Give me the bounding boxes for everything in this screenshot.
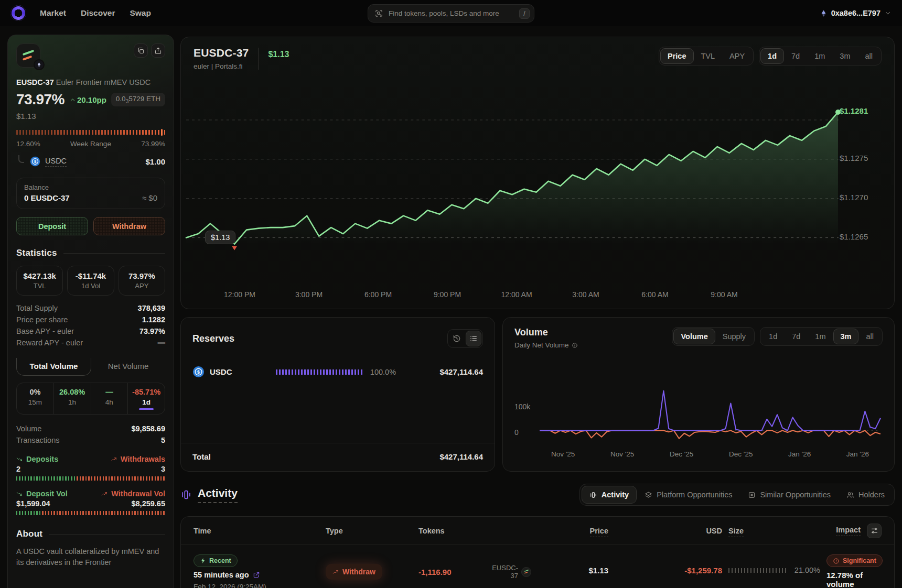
reserves-total-value: $427,114.64: [439, 452, 483, 461]
trend-down-icon: [16, 456, 23, 463]
vrange-1d[interactable]: 1d: [761, 329, 785, 344]
y-label: $1.1270: [840, 193, 868, 202]
time-ago: 55 minutes ago: [194, 571, 249, 579]
vrange-3m[interactable]: 3m: [833, 329, 859, 344]
cell-usd: -$1,259.78: [684, 566, 722, 575]
list-icon: [469, 334, 478, 343]
col-time[interactable]: Time: [194, 527, 319, 535]
volume-range-group: 1d 7d 1m 3m all: [760, 327, 883, 346]
activity-tab-group: Activity Platform Opportunities Similar …: [579, 484, 895, 506]
timeframe-4h[interactable]: — 4h: [91, 383, 128, 414]
underlying-asset-row[interactable]: USDC $1.00: [16, 156, 165, 167]
volume-chart[interactable]: [540, 370, 880, 459]
apy-change: 20.10pp: [69, 95, 106, 104]
chart-current-price: $1.13: [268, 50, 289, 59]
col-price[interactable]: Price: [590, 527, 608, 537]
token-amount: -1,116.90: [418, 568, 452, 576]
scan-search-icon: [374, 9, 383, 18]
tab-platform-opportunities[interactable]: Platform Opportunities: [637, 486, 740, 504]
share-button[interactable]: [151, 43, 165, 58]
deposits-label: Deposits: [16, 455, 58, 463]
reserve-usd: $427,114.64: [439, 367, 483, 376]
nav-market[interactable]: Market: [40, 8, 66, 18]
euler-token-icon: [521, 567, 531, 577]
divider: [49, 534, 165, 535]
price-chart[interactable]: [186, 102, 839, 259]
underlying-symbol: USDC: [45, 157, 67, 167]
col-type[interactable]: Type: [326, 527, 412, 535]
mode-supply[interactable]: Supply: [715, 329, 753, 344]
list-view-button[interactable]: [466, 331, 481, 346]
activity-title: Activity: [198, 487, 238, 503]
token-name: Euler Frontier mMEV USDC: [56, 78, 151, 86]
withdraw-type-badge: Withdraw: [326, 564, 382, 580]
vrange-7d[interactable]: 7d: [785, 329, 808, 344]
timeframe-1h[interactable]: 26.08% 1h: [53, 383, 91, 414]
external-link-icon[interactable]: [253, 571, 260, 579]
about-text: A USDC vault collateralized by mMEV and …: [16, 546, 161, 568]
copy-address-button[interactable]: [134, 43, 148, 58]
table-row[interactable]: Recent 55 minutes ago Feb 12, 2026 (9:25…: [181, 545, 894, 588]
timeframe-1d[interactable]: -85.71% 1d: [127, 383, 165, 414]
search-input[interactable]: Find tokens, pools, LSDs and more /: [368, 4, 534, 23]
size-bar: [728, 568, 788, 573]
nav-discover[interactable]: Discover: [81, 8, 115, 18]
balance-card: Balance 0 EUSDC-37 ≈ $0: [16, 178, 165, 209]
col-tokens[interactable]: Tokens: [418, 527, 531, 535]
tree-elbow: [18, 155, 24, 163]
range-all[interactable]: all: [857, 48, 880, 64]
stat-card-tvl: $427.13kTVL: [16, 266, 63, 296]
tab-activity[interactable]: Activity: [582, 486, 637, 504]
range-3m[interactable]: 3m: [832, 48, 857, 64]
cell-tokens: -1,116.90 EUSDC-37: [418, 564, 531, 580]
price-chart-panel: EUSDC-37 euler | Portals.fi $1.13 Price …: [180, 37, 895, 309]
vrange-all[interactable]: all: [858, 329, 881, 344]
tab-net-volume[interactable]: Net Volume: [91, 358, 165, 376]
wallet-menu[interactable]: 0xa8e6...E797: [820, 9, 892, 17]
stat-row-base-apy: Base APY - euler73.97%: [16, 325, 165, 337]
tab-apy[interactable]: APY: [722, 48, 752, 64]
wallet-address: 0xa8e6...E797: [831, 9, 880, 17]
deposit-withdraw-count-bar: [16, 476, 165, 481]
trend-down-icon: [16, 491, 23, 497]
range-7d[interactable]: 7d: [784, 48, 807, 64]
tab-similar-opportunities[interactable]: Similar Opportunities: [740, 486, 839, 504]
col-usd[interactable]: USD: [706, 527, 722, 535]
price-y-axis: $1.1281 $1.1275 $1.1270 $1.1265: [840, 102, 885, 259]
tab-tvl[interactable]: TVL: [694, 48, 723, 64]
col-size[interactable]: Size: [728, 527, 744, 537]
balance-label: Balance: [24, 183, 157, 191]
reserve-row-usdc[interactable]: USDC 100.0% $427,114.64: [192, 366, 483, 378]
mode-volume[interactable]: Volume: [673, 329, 715, 344]
week-range-low: 12.60%: [16, 140, 40, 148]
volume-x-axis: Nov '25Nov '25 Dec '25Dec '25 Jan '26Jan…: [540, 450, 880, 458]
tab-total-volume[interactable]: Total Volume: [16, 358, 91, 376]
app-logo-icon[interactable]: [10, 5, 26, 21]
trend-up-icon: [332, 569, 339, 575]
token-avatar: [16, 43, 42, 68]
volume-y-100k: 100k: [514, 402, 530, 411]
table-filter-button[interactable]: [867, 524, 882, 538]
statistics-heading: Statistics: [16, 248, 57, 258]
volume-mode-group: Volume Supply: [672, 327, 755, 346]
caret-up-icon: [69, 96, 76, 103]
tab-holders[interactable]: Holders: [839, 486, 893, 504]
deposit-button[interactable]: Deposit: [16, 217, 88, 235]
col-impact[interactable]: Impact: [836, 526, 861, 536]
deposits-count: 2: [16, 465, 20, 473]
stat-row-reward-apy: Reward APY - euler—: [16, 337, 165, 349]
reserve-token: USDC: [210, 367, 232, 376]
vrange-1m[interactable]: 1m: [808, 329, 833, 344]
nav-swap[interactable]: Swap: [130, 8, 151, 18]
share-icon: [154, 47, 162, 55]
cell-type: Withdraw: [326, 554, 412, 580]
range-1m[interactable]: 1m: [807, 48, 832, 64]
range-1d[interactable]: 1d: [760, 48, 784, 64]
week-range-high: 73.99%: [141, 140, 165, 148]
tab-price[interactable]: Price: [660, 48, 693, 64]
balance-usd: ≈ $0: [142, 193, 157, 202]
withdraw-button[interactable]: Withdraw: [93, 217, 165, 235]
history-view-button[interactable]: [449, 331, 465, 346]
timeframe-15m[interactable]: 0% 15m: [17, 383, 53, 414]
info-icon: [572, 342, 578, 349]
